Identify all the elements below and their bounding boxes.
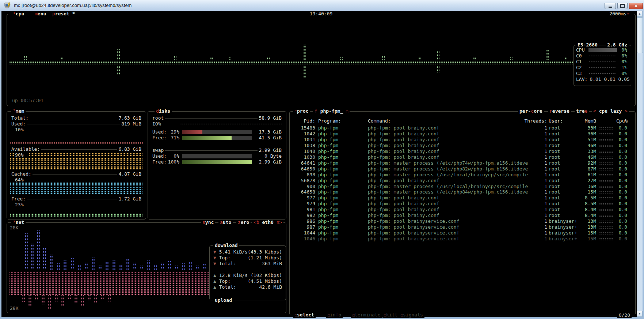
cpu-cell: 0.0 [616, 207, 627, 213]
cpu-cell: 0.0 [616, 166, 627, 172]
clock: 19:40:09 [308, 11, 334, 16]
interval-increase-button[interactable]: + [626, 11, 629, 16]
threads-cell: 1 [523, 236, 547, 242]
info-button[interactable]: □info [326, 312, 343, 318]
mem-cell: 8.4M [572, 213, 596, 218]
mem-cell: 36M [572, 131, 596, 137]
interface-prev-button[interactable]: <b [254, 219, 259, 225]
threads-cell: 1 [523, 207, 547, 213]
user-cell: root [549, 189, 560, 195]
user-cell: root [549, 172, 560, 178]
process-row[interactable]: 1046php-fpmphp-fpm: pool brainyservice.c… [290, 236, 635, 242]
interface-next-button[interactable]: n> [277, 219, 282, 225]
program-cell: php-fpm [318, 218, 338, 224]
process-row[interactable]: 1044php-fpmphp-fpm: pool brainyservice.c… [290, 230, 635, 236]
net-sync-button[interactable]: sync [201, 219, 215, 225]
pid-cell: 1044 [293, 230, 315, 236]
maximize-icon [620, 4, 625, 8]
sort-next-button[interactable]: > [625, 108, 628, 114]
threads-cell: 1 [523, 160, 547, 166]
cpu-cell: 0.0 [616, 201, 627, 207]
disk-root-io-label: IO% [152, 121, 168, 127]
process-row[interactable]: 900php-fpmphp-fpm: master process (/usr/… [290, 184, 635, 189]
command-cell: php-fpm: pool brainy.conf [368, 149, 439, 154]
sort-selector[interactable]: < cpu lazy > [592, 108, 629, 114]
terminate-button[interactable]: □terminate [351, 312, 382, 318]
process-row[interactable]: 15483php-fpmphp-fpm: pool brainy.conf1ro… [290, 125, 635, 131]
pid-cell: 64650 [293, 166, 315, 172]
cpu-mini-graph [599, 127, 613, 130]
pid-cell: 1030 [293, 154, 315, 160]
command-cell: php-fpm: master process (/etc/php82w/php… [368, 166, 528, 172]
reverse-button[interactable]: reverse [548, 108, 571, 114]
close-button[interactable]: ✕ [629, 3, 643, 9]
mem-cell: 15M [572, 230, 596, 236]
process-row[interactable]: 1030php-fpmphp-fpm: pool brainy.conf1roo… [290, 154, 635, 160]
threads-cell: 1 [523, 149, 547, 154]
process-box-title: □proc [293, 108, 310, 114]
process-row[interactable]: 1031php-fpmphp-fpm: pool brainy.conf1roo… [290, 137, 635, 143]
menu-button[interactable]: menu [33, 11, 47, 16]
mem-used-percent: 10% [15, 127, 23, 133]
filter-clear-icon[interactable]: □ [346, 109, 348, 113]
process-row[interactable]: 977php-fpmphp-fpm: pool brainy.conf1root… [290, 195, 635, 201]
kill-button[interactable]: □kill [382, 312, 399, 318]
net-auto-button[interactable]: auto [218, 219, 233, 225]
process-row[interactable]: 64641php-fpmphp-fpm: master process (/et… [290, 160, 635, 166]
uptime: up 00:57:01 [12, 98, 43, 104]
column-pid: Pid: [293, 118, 315, 124]
net-interface-switcher[interactable]: <b eth0 n> [252, 219, 283, 225]
process-row[interactable]: 1038php-fpmphp-fpm: pool brainy.conf1roo… [290, 143, 635, 149]
disk-swap-name: swap [152, 147, 164, 153]
process-row[interactable]: 56878php-fpmphp-fpm: pool brainy.conf1ro… [290, 178, 635, 184]
cpu-mini-graph [599, 226, 613, 229]
cpu-core-row: C21% [574, 65, 631, 71]
process-row[interactable]: 982php-fpmphp-fpm: pool brainy.conf1root… [290, 213, 635, 218]
cpu-mini-graph [599, 220, 613, 223]
load-average-label: LAV: [576, 76, 587, 82]
process-box: □proc f php-fpm_ □ per-core reverse tree… [289, 111, 636, 315]
process-row[interactable]: 986php-fpmphp-fpm: pool brainyservice.co… [290, 218, 635, 224]
scroll-down-icon[interactable]: ▼ [637, 311, 643, 317]
program-cell: php-fpm [318, 207, 338, 213]
download-speed-row: ▼ 5.41 KiB/s(43.3 Kibps) [210, 249, 286, 255]
window-title: mc [root@ub24.itdeveloper.com.ua]:/lib/s… [14, 3, 132, 8]
process-row[interactable]: 64658php-fpmphp-fpm: master process (/et… [290, 189, 635, 195]
threads-cell: 1 [523, 131, 547, 137]
process-row[interactable]: 981php-fpmphp-fpm: pool brainy.conf1root… [290, 207, 635, 213]
cpu-cell: 0.0 [616, 224, 627, 230]
mem-available-graph [10, 153, 14, 156]
minimize-button[interactable] [605, 3, 616, 9]
process-filter[interactable]: f php-fpm_ □ [313, 108, 350, 114]
maximize-button[interactable] [617, 3, 628, 9]
command-cell: php-fpm: pool brainy.conf [368, 195, 439, 201]
process-row[interactable]: 1042php-fpmphp-fpm: pool brainy.conf1roo… [290, 131, 635, 137]
scroll-up-icon[interactable]: ▲ [637, 11, 643, 17]
threads-cell: 1 [523, 154, 547, 160]
cpu-mini-graph [599, 168, 613, 170]
scrollbar[interactable]: ▲ ▼ [637, 11, 643, 317]
program-cell: php-fpm [318, 230, 338, 236]
signals-button[interactable]: □signals [399, 312, 424, 318]
process-row[interactable]: 898php-fpmphp-fpm: master process (/usr/… [290, 172, 635, 178]
command-cell: php-fpm: master process (/etc/php74w/php… [368, 160, 528, 166]
process-row[interactable]: 1040php-fpmphp-fpm: pool brainy.conf1roo… [290, 149, 635, 154]
select-button[interactable]: □select [293, 312, 316, 318]
window-titlebar[interactable]: mc [root@ub24.itdeveloper.com.ua]:/lib/s… [0, 0, 644, 11]
program-cell: php-fpm [318, 213, 338, 218]
program-cell: php-fpm [318, 189, 338, 195]
disk-root-free-label: Free: [152, 135, 168, 141]
process-row[interactable]: 987php-fpmphp-fpm: pool brainyservice.co… [290, 224, 635, 230]
scrollbar-thumb[interactable] [637, 17, 643, 53]
net-zero-button[interactable]: zero [236, 219, 251, 225]
cpu-cell: 0.0 [616, 218, 627, 224]
process-row[interactable]: 979php-fpmphp-fpm: pool brainy.conf1root… [290, 201, 635, 207]
preset-button[interactable]: preset * [51, 11, 77, 16]
program-cell: php-fpm [318, 236, 338, 242]
per-core-button[interactable]: per-core [518, 108, 544, 114]
net-scale-bottom: 28K [10, 305, 18, 311]
tree-button[interactable]: tree [575, 108, 589, 114]
sort-prev-button[interactable]: < [593, 108, 596, 114]
cpu-cell: 0.0 [616, 154, 627, 160]
process-row[interactable]: 64650php-fpmphp-fpm: master process (/et… [290, 166, 635, 172]
